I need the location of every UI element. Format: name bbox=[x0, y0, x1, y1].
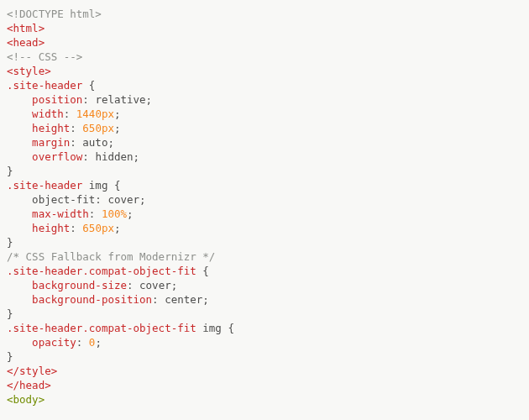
code-token: position bbox=[32, 93, 82, 106]
code-line: margin: auto; bbox=[7, 136, 114, 149]
code-token: : bbox=[64, 108, 76, 120]
code-token: 650px bbox=[82, 222, 114, 234]
code-token bbox=[7, 108, 32, 120]
code-token: ; bbox=[114, 122, 121, 134]
code-token: : bbox=[76, 336, 89, 349]
code-token: : bbox=[70, 122, 82, 134]
code-token: </style> bbox=[7, 365, 57, 377]
code-token bbox=[7, 293, 32, 306]
code-token: 100% bbox=[102, 207, 127, 220]
code-token: <html> bbox=[7, 22, 45, 34]
code-line: <!DOCTYPE html> bbox=[7, 8, 102, 20]
code-line: /* CSS Fallback from Modernizr */ bbox=[7, 250, 215, 263]
code-token: </head> bbox=[7, 379, 51, 391]
code-line: background-size: cover; bbox=[7, 279, 177, 291]
code-line: .site-header.compat-object-fit img { bbox=[7, 322, 234, 334]
code-token: height bbox=[32, 122, 70, 134]
code-token: } bbox=[7, 350, 13, 363]
code-line: <body> bbox=[7, 393, 45, 406]
code-token: : cover; bbox=[127, 279, 177, 291]
code-line: .site-header.compat-object-fit { bbox=[7, 265, 209, 277]
code-token: : bbox=[89, 207, 102, 220]
code-token bbox=[7, 207, 32, 220]
code-token: margin bbox=[32, 136, 70, 149]
code-token: ; bbox=[95, 336, 102, 349]
code-token: 650px bbox=[82, 122, 114, 134]
code-token: background-position bbox=[32, 293, 152, 306]
code-token: opacity bbox=[32, 336, 76, 349]
code-token: ; bbox=[114, 222, 121, 234]
code-token: : hidden; bbox=[82, 150, 139, 163]
code-token: : auto; bbox=[70, 136, 114, 149]
code-line: .site-header { bbox=[7, 79, 95, 92]
code-line: } bbox=[7, 236, 13, 249]
code-token: <head> bbox=[7, 36, 45, 49]
code-token bbox=[7, 122, 32, 134]
code-token: width bbox=[32, 108, 64, 120]
code-token bbox=[7, 279, 32, 291]
code-line: <html> bbox=[7, 22, 45, 34]
code-token: .site-header.compat-object-fit bbox=[7, 322, 196, 334]
code-token: : relative; bbox=[82, 93, 152, 106]
code-token: <body> bbox=[7, 393, 45, 406]
code-token bbox=[7, 222, 32, 234]
code-token: 1440px bbox=[76, 108, 114, 120]
code-token bbox=[7, 93, 32, 106]
code-line: object-fit: cover; bbox=[7, 193, 146, 206]
code-token: /* CSS Fallback from Modernizr */ bbox=[7, 250, 215, 263]
code-token: <!DOCTYPE html> bbox=[7, 8, 102, 20]
code-token: } bbox=[7, 307, 13, 320]
code-token: .site-header bbox=[7, 179, 82, 192]
code-line: .site-header img { bbox=[7, 179, 120, 192]
code-token: ; bbox=[127, 207, 134, 220]
code-token: .site-header bbox=[7, 79, 82, 92]
code-token bbox=[7, 336, 32, 349]
code-line: } bbox=[7, 165, 13, 177]
code-line: height: 650px; bbox=[7, 122, 121, 134]
code-token: img { bbox=[82, 179, 120, 192]
code-token: : center; bbox=[152, 293, 209, 306]
code-token: } bbox=[7, 165, 13, 177]
code-line: <!-- CSS --> bbox=[7, 50, 82, 63]
code-line: overflow: hidden; bbox=[7, 150, 139, 163]
code-token: .site-header.compat-object-fit bbox=[7, 265, 196, 277]
code-token: <style> bbox=[7, 65, 51, 77]
code-token: max-width bbox=[32, 207, 89, 220]
code-line: max-width: 100%; bbox=[7, 207, 134, 220]
code-token: { bbox=[196, 265, 209, 277]
code-token: background-size bbox=[32, 279, 127, 291]
code-token: { bbox=[82, 79, 95, 92]
code-line: } bbox=[7, 307, 13, 320]
code-line: position: relative; bbox=[7, 93, 152, 106]
code-line: </style> bbox=[7, 365, 57, 377]
code-line: <head> bbox=[7, 36, 45, 49]
code-line: opacity: 0; bbox=[7, 336, 102, 349]
code-line: <style> bbox=[7, 65, 51, 77]
code-token bbox=[7, 136, 32, 149]
code-token: height bbox=[32, 222, 70, 234]
code-line: } bbox=[7, 350, 13, 363]
code-token: overflow bbox=[32, 150, 82, 163]
code-line: </head> bbox=[7, 379, 51, 391]
code-token bbox=[7, 150, 32, 163]
code-line: width: 1440px; bbox=[7, 108, 121, 120]
code-token: } bbox=[7, 236, 13, 249]
code-token: <!-- CSS --> bbox=[7, 50, 82, 63]
code-block: <!DOCTYPE html> <html> <head> <!-- CSS -… bbox=[7, 7, 522, 407]
code-token: : bbox=[70, 222, 82, 234]
code-token: object-fit: cover; bbox=[7, 193, 146, 206]
code-token: ; bbox=[114, 108, 121, 120]
code-token: img { bbox=[196, 322, 234, 334]
code-line: height: 650px; bbox=[7, 222, 121, 234]
code-line: background-position: center; bbox=[7, 293, 209, 306]
